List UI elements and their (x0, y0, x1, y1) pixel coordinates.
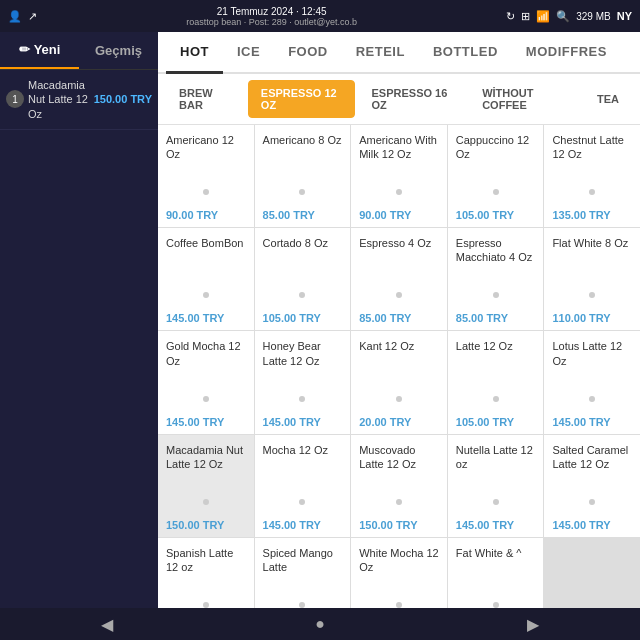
nav-prev[interactable]: ◀ (81, 611, 133, 638)
product-price: 145.00 TRY (263, 416, 343, 428)
share-icon: ↗ (28, 10, 37, 23)
grid-icon[interactable]: ⊞ (521, 10, 530, 23)
product-dot (299, 189, 305, 195)
product-card[interactable]: Latte 12 Oz 105.00 TRY (448, 331, 544, 433)
left-tabs: ✏ Yeni Geçmiş (0, 32, 158, 70)
order-item-name: Macadamia Nut Latte 12 Oz (28, 78, 90, 121)
product-card[interactable]: Kant 12 Oz 20.00 TRY (351, 331, 447, 433)
product-dot (493, 292, 499, 298)
order-item-number: 1 (6, 90, 24, 108)
product-dot (493, 396, 499, 402)
sub-tab-espresso-16oz[interactable]: ESPRESSO 16 OZ (359, 80, 466, 118)
product-price: 85.00 TRY (456, 312, 536, 324)
product-price: 85.00 TRY (359, 312, 439, 324)
battery-info: 329 MB (576, 11, 610, 22)
product-card[interactable]: Americano With Milk 12 Oz 90.00 TRY (351, 125, 447, 227)
product-price: 145.00 TRY (166, 312, 246, 324)
product-card[interactable]: Chestnut Latte 12 Oz 135.00 TRY (544, 125, 640, 227)
category-tabs: HOT ICE FOOD RETEIL BOTTLED MODIFFRES (158, 32, 640, 74)
product-price: 145.00 TRY (552, 416, 632, 428)
product-card[interactable]: Cortado 8 Oz 105.00 TRY (255, 228, 351, 330)
product-price: 135.00 TRY (552, 209, 632, 221)
status-right: ↻ ⊞ 📶 🔍 329 MB NY (506, 10, 632, 23)
product-card[interactable]: Americano 8 Oz 85.00 TRY (255, 125, 351, 227)
order-item[interactable]: 1 Macadamia Nut Latte 12 Oz 150.00 TRY (0, 70, 158, 130)
product-dot (493, 189, 499, 195)
order-item-price: 150.00 TRY (94, 93, 152, 105)
refresh-icon[interactable]: ↻ (506, 10, 515, 23)
product-card[interactable]: Espresso 4 Oz 85.00 TRY (351, 228, 447, 330)
product-price: 105.00 TRY (456, 209, 536, 221)
product-price: 145.00 TRY (552, 519, 632, 531)
product-dot (299, 396, 305, 402)
sub-tab-brew-bar[interactable]: BREW BAR (166, 80, 244, 118)
sub-tab-tea[interactable]: TEA (584, 86, 632, 112)
product-card[interactable]: Espresso Macchiato 4 Oz 85.00 TRY (448, 228, 544, 330)
product-card[interactable]: Macadamia Nut Latte 12 Oz 150.00 TRY (158, 435, 254, 537)
product-price: 145.00 TRY (456, 519, 536, 531)
product-dot (299, 499, 305, 505)
product-dot (396, 292, 402, 298)
product-dot (589, 396, 595, 402)
product-price: 150.00 TRY (359, 519, 439, 531)
cat-tab-modiffres[interactable]: MODIFFRES (512, 32, 621, 74)
product-price: 145.00 TRY (166, 416, 246, 428)
sub-tab-espresso-12oz[interactable]: ESPRESSO 12 OZ (248, 80, 355, 118)
product-dot (203, 396, 209, 402)
product-card[interactable]: Cappuccino 12 Oz 105.00 TRY (448, 125, 544, 227)
cat-tab-reteil[interactable]: RETEIL (342, 32, 419, 74)
product-price: 90.00 TRY (359, 209, 439, 221)
product-dot (589, 189, 595, 195)
right-panel: HOT ICE FOOD RETEIL BOTTLED MODIFFRES BR… (158, 32, 640, 640)
product-price: 110.00 TRY (552, 312, 632, 324)
product-dot (396, 189, 402, 195)
status-center: 21 Temmuz 2024 · 12:45 roasttop bean · P… (186, 6, 357, 27)
nav-next[interactable]: ▶ (507, 611, 559, 638)
product-dot (396, 499, 402, 505)
product-dot (299, 292, 305, 298)
product-price: 90.00 TRY (166, 209, 246, 221)
sub-tabs: BREW BAR ESPRESSO 12 OZ ESPRESSO 16 OZ W… (158, 74, 640, 125)
order-items-list: 1 Macadamia Nut Latte 12 Oz 150.00 TRY (0, 70, 158, 640)
product-grid: Americano 12 Oz 90.00 TRY Americano 8 Oz… (158, 125, 640, 640)
product-dot (203, 499, 209, 505)
product-dot (396, 396, 402, 402)
product-dot (203, 292, 209, 298)
product-card[interactable]: Salted Caramel Latte 12 Oz 145.00 TRY (544, 435, 640, 537)
product-card[interactable]: Honey Bear Latte 12 Oz 145.00 TRY (255, 331, 351, 433)
product-card[interactable]: Mocha 12 Oz 145.00 TRY (255, 435, 351, 537)
product-card[interactable]: Lotus Latte 12 Oz 145.00 TRY (544, 331, 640, 433)
tab-gecmis-label: Geçmiş (95, 43, 142, 58)
product-price: 105.00 TRY (456, 416, 536, 428)
tab-gecmis[interactable]: Geçmiş (79, 32, 158, 69)
product-card[interactable]: Gold Mocha 12 Oz 145.00 TRY (158, 331, 254, 433)
product-card[interactable]: Coffee BomBon 145.00 TRY (158, 228, 254, 330)
nav-home[interactable]: ● (295, 611, 345, 637)
product-price: 20.00 TRY (359, 416, 439, 428)
product-card[interactable]: Americano 12 Oz 90.00 TRY (158, 125, 254, 227)
left-panel: ✏ Yeni Geçmiş 1 Macadamia Nut Latte 12 O… (0, 32, 158, 640)
status-location: roasttop bean · Post: 289 · outlet@yet.c… (186, 17, 357, 27)
status-date: 21 Temmuz 2024 · 12:45 (217, 6, 327, 17)
status-left: 👤 ↗ (8, 10, 37, 23)
tab-yeni-label: Yeni (34, 42, 61, 57)
sub-tab-without-coffee[interactable]: WİTHOUT COFFEE (469, 80, 580, 118)
edit-icon: ✏ (19, 42, 30, 57)
search-icon[interactable]: 🔍 (556, 10, 570, 23)
user-icon: 👤 (8, 10, 22, 23)
product-dot (493, 499, 499, 505)
product-dot (589, 292, 595, 298)
product-dot (589, 499, 595, 505)
product-card[interactable]: Muscovado Latte 12 Oz 150.00 TRY (351, 435, 447, 537)
cat-tab-ice[interactable]: ICE (223, 32, 274, 74)
cat-tab-bottled[interactable]: BOTTLED (419, 32, 512, 74)
product-price: 145.00 TRY (263, 519, 343, 531)
cat-tab-food[interactable]: FOOD (274, 32, 342, 74)
product-dot (203, 189, 209, 195)
tab-yeni[interactable]: ✏ Yeni (0, 32, 79, 69)
product-card[interactable]: Flat White 8 Oz 110.00 TRY (544, 228, 640, 330)
product-card[interactable]: Nutella Latte 12 oz 145.00 TRY (448, 435, 544, 537)
product-price: 150.00 TRY (166, 519, 246, 531)
product-price: 85.00 TRY (263, 209, 343, 221)
cat-tab-hot[interactable]: HOT (166, 32, 223, 74)
